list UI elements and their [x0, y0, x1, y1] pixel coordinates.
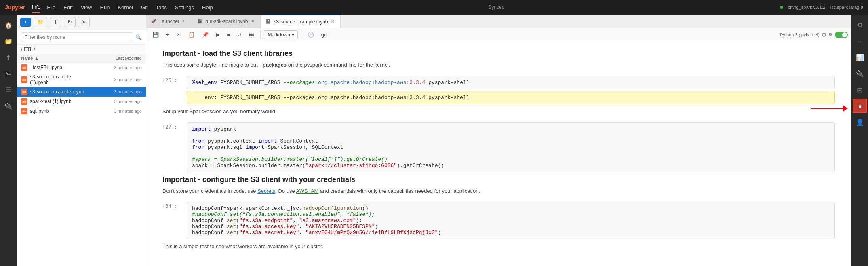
kernel-toggle[interactable]	[835, 32, 848, 38]
cell-26-content: %set_env PYSPARK_SUBMIT_ARGS=--packages=…	[187, 76, 835, 104]
upload-button[interactable]: ⬆	[50, 17, 61, 27]
cell-type-dropdown[interactable]: Markdown ▾	[264, 30, 297, 39]
tab-close-run-sdk[interactable]: ✕	[250, 19, 255, 24]
notebook-toolbar: 💾 + ✂ 📋 📌 ▶ ■ ↺ ⏭ Markdown ▾ 🕐 git Pytho…	[146, 28, 851, 41]
new-button[interactable]: +	[20, 18, 31, 27]
run-cell-button[interactable]: ▶	[213, 30, 223, 39]
notebook-icon: nb	[21, 108, 27, 114]
file-modified: 3 minutes ago	[89, 77, 142, 82]
notebook-icon: nb	[21, 76, 27, 83]
clear-button[interactable]: ✕	[78, 17, 90, 27]
file-name: spark-test (1).ipynb	[30, 99, 89, 104]
right-sidebar-star[interactable]: ★	[853, 99, 867, 113]
tab-close-s3-source[interactable]: ✕	[330, 19, 335, 24]
menu-run[interactable]: Run	[100, 3, 110, 12]
sidebar-item-tag[interactable]: 🏷	[1, 66, 16, 81]
tab-run-sdk[interactable]: 📓 run-sdk-spark.ipynb ✕	[192, 15, 261, 28]
right-sidebar: ⚙ ≡ 📊 🔌 ⊞ ★ 👤	[851, 15, 868, 266]
gear-icon[interactable]: ⚙	[828, 32, 832, 37]
restart-button[interactable]: ↺	[234, 30, 244, 39]
menu-tabs[interactable]: Tabs	[156, 3, 167, 12]
tab-launcher[interactable]: 🚀 Launcher ✕	[146, 15, 192, 28]
notebook-icon: nb	[21, 64, 27, 71]
file-name: s3-source-example.ipynb	[30, 89, 89, 95]
list-item[interactable]: nb sql.ipynb 3 minutes ago	[17, 106, 146, 116]
right-sidebar-layers[interactable]: ≡	[853, 34, 867, 49]
list-item[interactable]: nb _testETL.ipynb 3 minutes ago	[17, 63, 146, 72]
kernel-status-circle	[822, 33, 826, 37]
desc-1: This uses some Jupyter line magic to put…	[162, 61, 835, 70]
sidebar-item-folder[interactable]: 📁	[1, 34, 16, 49]
file-list-header: Name ▲ Last Modified	[17, 54, 146, 63]
secrets-link[interactable]: Secrets	[257, 188, 275, 194]
sidebar-item-home[interactable]: 🏠	[1, 18, 16, 32]
dropdown-icon: ▾	[292, 32, 294, 38]
section-1-heading: Important - load the S3 client libraries…	[162, 49, 835, 70]
cell-34-content: hadoopConf=spark.sparkContext._jsc.hadoo…	[187, 202, 835, 239]
folder-button[interactable]: 📁	[34, 17, 47, 27]
tab-s3-source[interactable]: 📓 s3-source-example.ipynb ✕	[261, 15, 341, 28]
menu-kernel[interactable]: Kernel	[118, 3, 133, 12]
desc-3: Don't store your credentials in code, us…	[162, 187, 835, 196]
list-item-selected[interactable]: nb s3-source-example.ipynb 3 minutes ago	[17, 87, 146, 97]
sidebar-item-upload[interactable]: ⬆	[1, 50, 16, 65]
git-button[interactable]: git	[318, 30, 330, 39]
tab-info[interactable]: Info	[32, 2, 41, 13]
file-list: nb _testETL.ipynb 3 minutes ago nb s3-so…	[17, 63, 146, 266]
copy-button[interactable]: 📋	[185, 30, 198, 39]
search-icon[interactable]: 🔍	[135, 34, 142, 40]
left-icon-sidebar: 🏠 📁 ⬆ 🏷 ☰ 🔌	[0, 15, 17, 266]
right-sidebar-chart[interactable]: 📊	[853, 50, 867, 65]
stop-button[interactable]: ■	[224, 30, 233, 39]
tab-label: s3-source-example.ipynb	[274, 19, 328, 25]
desc-2-block: Setup your SparkSession as you normally …	[162, 108, 835, 116]
cell-34-input[interactable]: hadoopConf=spark.sparkContext._jsc.hadoo…	[187, 202, 835, 239]
kernel-name: Python 3 (ipykernel)	[780, 32, 820, 37]
cut-button[interactable]: ✂	[174, 30, 184, 39]
refresh-button[interactable]: ↻	[64, 17, 76, 27]
tabs-bar: 🚀 Launcher ✕ 📓 run-sdk-spark.ipynb ✕ 📓 s…	[146, 15, 851, 28]
status-dot	[780, 6, 783, 9]
cell-27-label: [27]:	[162, 122, 187, 172]
right-sidebar-puzzle[interactable]: 🔌	[853, 66, 867, 81]
top-bar-right: cnvrg_spark:v3.1.2 isc.spark-larag-8	[780, 5, 863, 10]
cell-26-input[interactable]: %set_env PYSPARK_SUBMIT_ARGS=--packages=…	[187, 76, 835, 89]
right-sidebar-table[interactable]: ⊞	[853, 82, 867, 97]
tab-icon: 🚀	[151, 19, 157, 24]
paste-button[interactable]: 📌	[199, 30, 211, 39]
right-sidebar-person[interactable]: 👤	[853, 115, 867, 129]
file-name: _testETL.ipynb	[30, 65, 89, 70]
list-item[interactable]: nb s3-source-example (1).ipynb 3 minutes…	[17, 72, 146, 87]
tab-icon: 📓	[265, 19, 271, 24]
clock-button[interactable]: 🕐	[305, 30, 317, 39]
menu-file[interactable]: File	[47, 3, 55, 12]
menu-view[interactable]: View	[81, 3, 92, 12]
file-modified: 3 minutes ago	[89, 89, 142, 94]
menu-settings[interactable]: Settings	[175, 3, 194, 12]
menu-bar: File Edit View Run Kernel Git Tabs Setti…	[47, 3, 213, 12]
top-bar: Jupyter Info File Edit View Run Kernel G…	[0, 0, 868, 15]
cell-27-input[interactable]: import pyspark from pyspark.context impo…	[187, 122, 835, 172]
file-modified: 3 minutes ago	[89, 109, 142, 114]
desc-4: This is a simple test to see what worker…	[162, 243, 835, 251]
file-name: sql.ipynb	[30, 108, 89, 114]
kernel-toggle-dot	[842, 32, 847, 37]
add-cell-button[interactable]: +	[163, 30, 172, 39]
menu-git[interactable]: Git	[141, 3, 148, 12]
aws-iam-link[interactable]: AWS IAM	[296, 188, 319, 194]
separator	[301, 31, 301, 39]
sidebar-item-list[interactable]: ☰	[1, 82, 16, 97]
right-sidebar-settings[interactable]: ⚙	[853, 18, 867, 32]
menu-edit[interactable]: Edit	[63, 3, 72, 12]
tab-close-launcher[interactable]: ✕	[182, 19, 187, 24]
fast-forward-button[interactable]: ⏭	[246, 30, 257, 39]
kernel-env: isc.spark-larag-8	[830, 5, 863, 10]
tab-label: Launcher	[159, 19, 179, 24]
save-button[interactable]: 💾	[150, 30, 162, 39]
sidebar-item-plugin[interactable]: 🔌	[1, 99, 16, 113]
list-item[interactable]: nb spark-test (1).ipynb 3 minutes ago	[17, 97, 146, 106]
menu-help[interactable]: Help	[202, 3, 213, 12]
section-2-heading: Important - configure the S3 client with…	[162, 175, 835, 196]
search-input[interactable]	[21, 32, 133, 42]
conda-env: cnvrg_spark:v3.1.2	[788, 5, 826, 10]
